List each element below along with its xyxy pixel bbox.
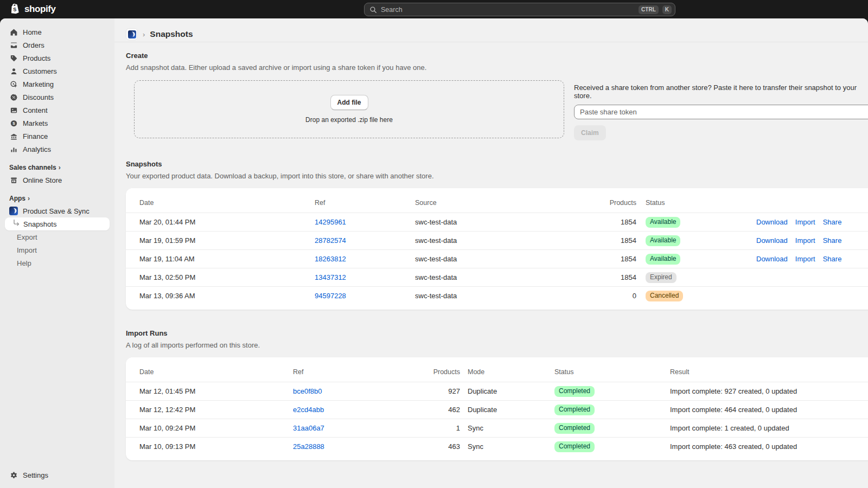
snapshot-ref-link[interactable]: 94597228	[315, 292, 346, 300]
import-link[interactable]: Import	[795, 236, 815, 245]
import-link[interactable]: Import	[795, 255, 815, 263]
breadcrumb: › Snapshots	[126, 18, 868, 42]
claim-button[interactable]: Claim	[574, 125, 606, 140]
sidebar-item-label: Discounts	[23, 93, 54, 101]
sidebar-item-analytics[interactable]: Analytics	[5, 143, 110, 156]
share-link[interactable]: Share	[823, 255, 842, 263]
download-link[interactable]: Download	[756, 236, 788, 245]
snapshot-actions: DownloadImportShare	[749, 255, 868, 263]
sidebar-item-label: Import	[17, 246, 37, 254]
import-status-cell: Completed	[554, 423, 670, 434]
download-link[interactable]: Download	[756, 255, 788, 263]
import-mode: Duplicate	[460, 387, 554, 395]
import-products-count: 1	[401, 424, 460, 432]
snapshot-ref-link[interactable]: 28782574	[315, 236, 346, 245]
import-link[interactable]: Import	[795, 218, 815, 226]
snapshot-source: swc-test-data	[415, 218, 536, 226]
snapshots-heading: Snapshots	[126, 160, 868, 168]
sidebar-item-label: Snapshots	[23, 220, 56, 228]
sidebar-item-export[interactable]: Export	[5, 230, 110, 243]
column-header-date: Date	[139, 199, 315, 207]
products-tag-icon	[9, 54, 18, 62]
sales-channels-header[interactable]: Sales channels ›	[5, 162, 110, 174]
sidebar-item-snapshots[interactable]: Snapshots	[5, 217, 110, 230]
share-link[interactable]: Share	[823, 218, 842, 226]
snapshot-ref-cell: 28782574	[315, 236, 415, 245]
import-status-cell: Completed	[554, 404, 670, 415]
share-token-input[interactable]	[574, 105, 868, 119]
import-date: Mar 12, 01:45 PM	[139, 387, 293, 395]
sidebar-item-online-store[interactable]: Online Store	[5, 174, 110, 187]
sidebar-item-label: Help	[17, 259, 31, 267]
import-ref-link[interactable]: bce0f8b0	[293, 387, 322, 395]
sub-arrow-icon	[12, 220, 20, 229]
sidebar-item-customers[interactable]: Customers	[5, 65, 110, 78]
import-ref-link[interactable]: e2cd4abb	[293, 406, 324, 414]
sidebar-item-products[interactable]: Products	[5, 52, 110, 65]
add-file-button[interactable]: Add file	[330, 95, 368, 110]
table-row: Mar 20, 01:44 PM14295961swc-test-data185…	[126, 213, 868, 231]
sidebar-item-label: Analytics	[23, 145, 51, 153]
sidebar-item-import[interactable]: Import	[5, 243, 110, 256]
import-date: Mar 10, 09:24 PM	[139, 424, 293, 432]
sidebar-item-label: Settings	[23, 471, 48, 479]
snapshot-ref-link[interactable]: 13437312	[315, 273, 346, 281]
search-input[interactable]	[381, 6, 635, 14]
global-search[interactable]: CTRL K	[364, 3, 675, 16]
import-ref-link[interactable]: 25a28888	[293, 442, 324, 451]
sidebar-item-orders[interactable]: Orders	[5, 38, 110, 52]
sidebar-item-label: Content	[23, 106, 48, 114]
import-result: Import complete: 1 created, 0 updated	[670, 424, 865, 432]
snapshot-status-cell: Expired	[636, 272, 749, 283]
kbd-k: K	[662, 5, 672, 14]
sidebar-item-label: Export	[17, 233, 37, 241]
status-badge: Available	[646, 254, 680, 265]
snapshot-status-cell: Available	[636, 235, 749, 246]
snapshot-date: Mar 19, 11:04 AM	[139, 255, 315, 263]
import-products-count: 462	[401, 406, 460, 414]
sidebar-item-content[interactable]: Content	[5, 104, 110, 117]
status-badge: Available	[646, 217, 680, 228]
chevron-right-icon: ›	[59, 164, 61, 171]
sidebar-item-markets[interactable]: $ Markets	[5, 117, 110, 130]
snapshot-products-count: 1854	[536, 255, 636, 263]
orders-icon	[9, 41, 18, 49]
sidebar-item-help[interactable]: Help	[5, 256, 110, 269]
column-header-status: Status	[554, 368, 670, 376]
sidebar-item-settings[interactable]: Settings	[5, 468, 110, 481]
snapshot-ref-link[interactable]: 14295961	[315, 218, 346, 226]
download-link[interactable]: Download	[756, 218, 788, 226]
snapshot-source: swc-test-data	[415, 273, 536, 281]
import-status-cell: Completed	[554, 386, 670, 397]
table-row: Mar 19, 01:59 PM28782574swc-test-data185…	[126, 231, 868, 249]
analytics-bars-icon	[9, 145, 18, 153]
sidebar-item-home[interactable]: Home	[5, 25, 110, 38]
column-header-source: Source	[415, 199, 536, 207]
file-dropzone[interactable]: Add file Drop an exported .zip file here	[134, 80, 564, 138]
column-header-products: Products	[536, 199, 636, 207]
import-products-count: 927	[401, 387, 460, 395]
create-heading: Create	[126, 52, 868, 60]
apps-header[interactable]: Apps ›	[5, 192, 110, 204]
snapshot-ref-link[interactable]: 18263812	[315, 255, 346, 263]
column-header-ref: Ref	[293, 368, 401, 376]
sidebar-item-discounts[interactable]: Discounts	[5, 91, 110, 104]
share-link[interactable]: Share	[823, 236, 842, 245]
online-store-icon	[9, 176, 18, 184]
import-products-count: 463	[401, 442, 460, 451]
snapshot-products-count: 1854	[536, 218, 636, 226]
app-logo-icon[interactable]	[126, 28, 138, 40]
snapshot-status-cell: Available	[636, 254, 749, 265]
sidebar-item-label: Product Save & Sync	[23, 207, 90, 215]
sidebar-item-marketing[interactable]: Marketing	[5, 78, 110, 91]
sidebar-item-label: Finance	[23, 132, 48, 140]
sidebar-item-finance[interactable]: Finance	[5, 130, 110, 143]
sidebar: Home Orders Products Customers Marketing…	[0, 18, 114, 488]
header-divider	[114, 42, 868, 42]
status-badge: Available	[646, 235, 680, 246]
import-result: Import complete: 927 created, 0 updated	[670, 387, 865, 395]
column-header-date: Date	[139, 368, 293, 376]
import-runs-subtitle: A log of all imports performed on this s…	[126, 341, 868, 349]
sidebar-item-product-save-sync[interactable]: Product Save & Sync	[5, 204, 110, 217]
import-ref-link[interactable]: 31aa06a7	[293, 424, 324, 432]
